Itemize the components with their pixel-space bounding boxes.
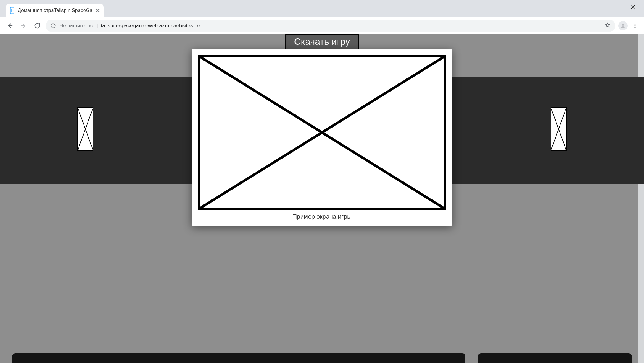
bottom-tab-1[interactable] — [12, 353, 465, 363]
window-close-button[interactable] — [624, 1, 642, 13]
url-separator: | — [96, 23, 98, 29]
svg-point-7 — [615, 7, 615, 7]
svg-point-14 — [635, 27, 636, 28]
back-button[interactable] — [5, 20, 15, 31]
thumbnail-left[interactable] — [77, 107, 93, 151]
svg-point-6 — [613, 7, 613, 7]
forward-button[interactable] — [18, 20, 29, 31]
svg-rect-2 — [12, 9, 14, 9]
bookmark-star-icon[interactable] — [605, 22, 611, 30]
modal-caption: Пример экрана игры — [198, 213, 446, 220]
menu-kebab-button[interactable] — [631, 21, 639, 30]
page-bottom-tabs — [12, 353, 632, 363]
thumbnail-right[interactable] — [551, 107, 567, 151]
svg-point-11 — [622, 24, 624, 26]
browser-toolbar: Не защищено | tailspin-spacegame-web.azu… — [0, 17, 644, 34]
tab-strip: Домашняя страTailspin SpaceGame — [0, 0, 644, 17]
image-modal: Пример экрана игры — [192, 49, 452, 226]
bottom-tab-2[interactable] — [478, 353, 632, 363]
svg-point-13 — [635, 25, 636, 26]
svg-point-8 — [616, 7, 617, 7]
tab-title-main: Tailspin SpaceGame — [54, 8, 93, 13]
security-label: Не защищено — [59, 23, 93, 29]
new-tab-button[interactable] — [109, 6, 119, 16]
svg-point-10 — [53, 25, 53, 25]
modal-image-placeholder — [198, 55, 446, 210]
svg-rect-0 — [10, 7, 14, 14]
svg-rect-5 — [12, 12, 13, 12]
svg-point-12 — [635, 24, 636, 25]
browser-tab-active[interactable]: Домашняя страTailspin SpaceGame — [6, 4, 104, 17]
tab-title-prefix: Домашняя стра — [18, 8, 54, 13]
svg-rect-1 — [11, 9, 12, 12]
svg-rect-4 — [12, 11, 14, 11]
page-viewport: Скачать игру Пример экрана игры — [0, 34, 644, 363]
window-maximize-button[interactable] — [606, 1, 624, 13]
browser-chrome: Домашняя страTailspin SpaceGame — [0, 0, 644, 34]
address-bar[interactable]: Не защищено | tailspin-spacegame-web.azu… — [46, 20, 615, 32]
tab-close-button[interactable] — [95, 8, 101, 13]
tab-title: Домашняя страTailspin SpaceGame — [18, 8, 93, 13]
window-minimize-button[interactable] — [588, 1, 606, 13]
window-controls — [588, 1, 642, 13]
info-icon[interactable] — [50, 23, 56, 29]
download-game-label: Скачать игру — [294, 36, 350, 47]
profile-avatar-button[interactable] — [618, 21, 628, 30]
favicon-icon — [10, 7, 15, 14]
svg-rect-3 — [12, 10, 14, 10]
url-text: tailspin-spacegame-web.azurewebsites.net — [101, 23, 202, 29]
reload-button[interactable] — [32, 20, 43, 31]
